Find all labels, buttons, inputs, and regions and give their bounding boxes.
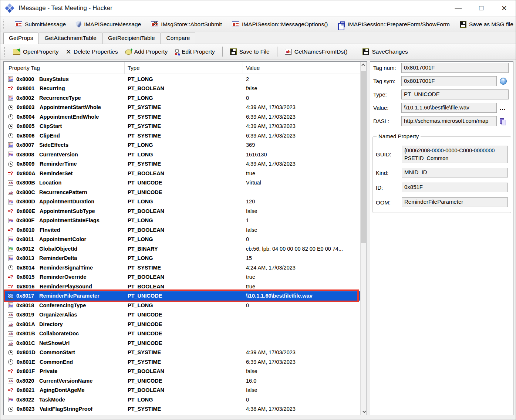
close-button[interactable]: × <box>493 0 516 16</box>
table-row[interactable]: 0x800FAppointmentStateFlagsPT_LONG1 <box>4 216 360 226</box>
table-row[interactable]: 0x800BLocationPT_UNICODEVirtual <box>4 178 360 188</box>
property-type: PT_SYSTIME <box>125 349 243 355</box>
copy-dasl-icon[interactable] <box>500 118 504 124</box>
property-tag: 0x8008 <box>16 152 39 158</box>
table-row[interactable]: 0x8003AppointmentStartWholePT_SYSTIME4:3… <box>4 103 360 112</box>
property-value: 0 <box>243 236 360 242</box>
oom-field[interactable]: ReminderFileParameter <box>402 197 508 207</box>
table-row[interactable]: 0x8002RecurrenceTypePT_LONG0 <box>4 93 360 103</box>
property-name: RecurrenceType <box>39 95 81 101</box>
table-row[interactable]: 0x8011AppointmentColorPT_LONG0 <box>4 235 360 244</box>
table-row[interactable]: 0x8005ClipStartPT_SYSTIME4:39 AM, 17/03/… <box>4 122 360 131</box>
table-row[interactable]: 0x8009ReminderTimePT_SYSTIME4:39 AM, 17/… <box>4 159 360 169</box>
property-value: false <box>243 227 360 233</box>
table-row[interactable]: 0x8015ReminderOverridePT_BOOLEANtrue <box>4 272 360 282</box>
get-names-from-ids-button[interactable]: ab GetNamesFromIDs() <box>285 48 348 55</box>
help-icon[interactable]: ? <box>500 78 507 85</box>
scroll-up-button[interactable] <box>361 62 367 68</box>
value-field[interactable]: \\10.1.1.60\bestfile\file.wav <box>401 103 497 113</box>
table-row[interactable]: 0x800EAppointmentSubTypePT_BOOLEANfalse <box>4 206 360 216</box>
toolbar-separator <box>277 47 277 57</box>
vertical-scrollbar[interactable] <box>360 62 367 415</box>
table-row[interactable]: 0x801FPrivatePT_BOOLEANfalse <box>4 367 360 376</box>
table-row[interactable]: 0x8008CurrentVersionPT_LONG1616130 <box>4 150 360 159</box>
table-row[interactable]: 0x8016ReminderPlaySoundPT_BOOLEANtrue <box>4 282 360 291</box>
property-type: PT_SYSTIME <box>125 161 243 167</box>
table-row[interactable]: 0x8021AgingDontAgeMePT_BOOLEANfalse <box>4 386 360 395</box>
table-row[interactable]: 0x801ECommonEndPT_SYSTIME6:39 AM, 17/03/… <box>4 357 360 367</box>
property-name: AppointmentDuration <box>39 199 94 204</box>
property-list: Property Tag Type Value 0x8000BusyStatus… <box>3 61 367 415</box>
abort-submit-button[interactable]: ✕ IMsgStore::AbortSubmit <box>151 21 222 28</box>
property-tag: 0x801D <box>17 349 40 355</box>
table-row[interactable]: 0x8007SideEffectsPT_LONG369 <box>4 140 360 150</box>
table-row[interactable]: 0x8006ClipEndPT_SYSTIME6:39 AM, 17/03/20… <box>4 131 360 140</box>
dasl-field[interactable]: http://schemas.microsoft.com/map <box>401 116 497 126</box>
named-property-group: Named Property GUID: {00062008-0000-0000… <box>372 136 511 213</box>
boolean-icon <box>8 274 14 280</box>
table-row[interactable]: 0x8000BusyStatusPT_LONG2 <box>4 74 360 84</box>
guid-field[interactable]: {00062008-0000-0000-C000-0000000 PSETID_… <box>402 146 508 163</box>
tag-num-field[interactable]: 0x8017001F <box>401 63 509 73</box>
value-more-button[interactable]: ... <box>500 105 506 111</box>
scroll-down-button[interactable] <box>361 409 367 415</box>
table-row[interactable]: 0x800DAppointmentDurationPT_LONG120 <box>4 197 360 207</box>
column-header-property-tag[interactable]: Property Tag <box>4 62 125 74</box>
table-row[interactable]: 0x8004AppointmentEndWholePT_SYSTIME6:39 … <box>4 112 360 122</box>
column-header-value[interactable]: Value <box>243 62 360 74</box>
tab-compare[interactable]: Compare <box>161 33 196 44</box>
property-name: AgingDontAgeMe <box>40 387 85 393</box>
table-row[interactable]: 0x8020CurrentVersionNamePT_UNICODE16.0 <box>4 376 360 386</box>
property-tag: 0x8022 <box>16 397 39 403</box>
edit-property-button[interactable]: Edit Property <box>175 48 215 55</box>
table-row[interactable]: 0x8001RecurringPT_BOOLEANfalse <box>4 84 360 94</box>
property-value: \\10.1.1.60\bestfile\file.wav <box>243 293 360 299</box>
open-property-button[interactable]: OpenProperty <box>13 48 59 55</box>
save-changes-button[interactable]: SaveChanges <box>362 48 408 55</box>
table-row[interactable]: 0x800CRecurrencePatternPT_UNICODE <box>4 187 360 197</box>
tag-sym-field[interactable]: 0x8017001F <box>401 76 497 86</box>
table-row[interactable]: 0x801ADirectoryPT_UNICODE <box>4 319 360 329</box>
actions-toolbar: OpenProperty × Delete Properties Add Pro… <box>0 44 516 60</box>
table-row[interactable]: 0x8013ReminderDeltaPT_LONG15 <box>4 254 360 263</box>
unicode-icon <box>8 180 13 186</box>
id-field[interactable]: 0x851F <box>402 183 508 192</box>
property-value: 4:39 AM, 17/03/2023 <box>243 161 360 167</box>
floppy-icon <box>460 21 466 28</box>
kind-field[interactable]: MNID_ID <box>402 168 508 177</box>
minimize-button[interactable]: — <box>447 0 470 16</box>
tab-getattachmenttable[interactable]: GetAttachmentTable <box>39 33 102 44</box>
save-to-file-button[interactable]: Save to File <box>230 48 270 55</box>
table-row[interactable]: 0x8019OrganizerAliasPT_UNICODE <box>4 310 360 320</box>
delete-properties-button[interactable]: × Delete Properties <box>66 48 118 55</box>
table-row[interactable]: 0x8023ValidFlagStringProofPT_SYSTIME4:38… <box>4 404 360 414</box>
property-type: PT_UNICODE <box>125 340 243 346</box>
imapi-secure-message-button[interactable]: IMAPISecureMessage <box>76 21 141 28</box>
table-row[interactable]: 0x8017ReminderFileParameterPT_UNICODE\\1… <box>4 291 360 301</box>
column-header-type[interactable]: Type <box>125 62 243 74</box>
prepare-form-button[interactable]: IMAPISession::PrepareForm/ShowForm <box>338 21 450 28</box>
table-row[interactable]: 0x8014ReminderSignalTimePT_SYSTIME4:24 A… <box>4 263 360 272</box>
tab-getprops[interactable]: GetProps <box>3 33 38 44</box>
systime-icon <box>8 350 13 355</box>
add-property-button[interactable]: Add Property <box>125 48 168 55</box>
type-field[interactable]: PT_UNICODE <box>401 89 509 99</box>
table-row[interactable]: 0x8018ConferencingTypePT_LONG0 <box>4 301 360 310</box>
maximize-button[interactable]: □ <box>470 0 493 16</box>
save-as-msg-button[interactable]: Save as MSG file <box>460 21 513 28</box>
message-options-button[interactable]: IMAPISession::MessageOptions() <box>232 21 328 28</box>
long-icon <box>8 237 13 242</box>
unicode-icon <box>8 341 13 346</box>
table-row[interactable]: 0x8012GlobalObjectIdPT_BINARYcb:56, lpb:… <box>4 244 360 254</box>
submit-message-button[interactable]: SubmitMessage <box>15 21 66 28</box>
table-row[interactable]: 0x8010FInvitedPT_BOOLEANfalse <box>4 225 360 235</box>
property-name: ReminderSignalTime <box>40 265 93 271</box>
tab-getrecipienttable[interactable]: GetRecipientTable <box>102 33 161 44</box>
table-row[interactable] <box>4 414 360 415</box>
table-row[interactable]: 0x800AReminderSetPT_BOOLEANtrue <box>4 169 360 178</box>
table-row[interactable]: 0x801CNetShowUrlPT_UNICODE <box>4 338 360 348</box>
table-row[interactable]: 0x801DCommonStartPT_SYSTIME4:39 AM, 17/0… <box>4 348 360 358</box>
scrollbar-thumb[interactable] <box>361 71 366 243</box>
table-row[interactable]: 0x8022TaskModePT_LONG0 <box>4 395 360 404</box>
table-row[interactable]: 0x801BCollaborateDocPT_UNICODE <box>4 329 360 339</box>
